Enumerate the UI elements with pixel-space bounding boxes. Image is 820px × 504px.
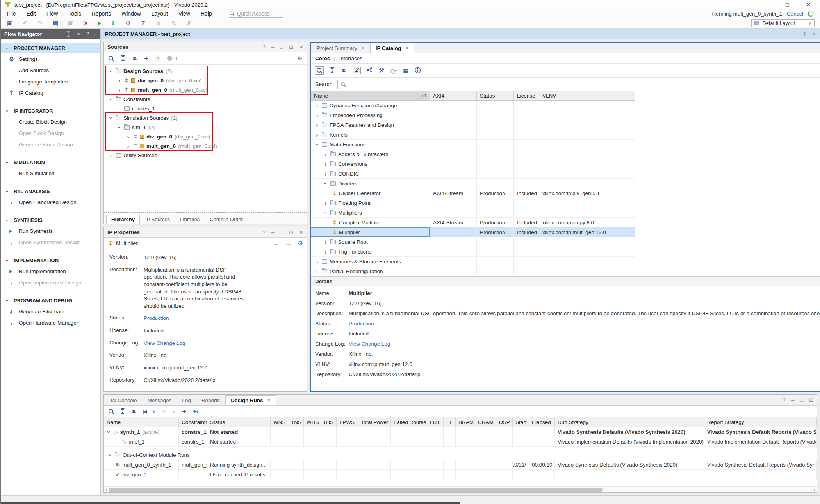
delete-icon[interactable]: ✕: [82, 20, 89, 26]
nav-item-run-implementation[interactable]: Run Implementation: [1, 266, 100, 277]
catalog-row-adders-subtracters[interactable]: ›Adders & Subtracters: [311, 149, 635, 159]
report-sigma-icon[interactable]: Σ: [140, 20, 147, 26]
chevron-right-icon[interactable]: ›: [323, 161, 328, 167]
column-header[interactable]: WNS: [271, 417, 288, 427]
column-header[interactable]: FF: [444, 417, 456, 427]
catalog-row-fpga-features[interactable]: ›FPGA Features and Design: [311, 120, 635, 130]
step-back-icon[interactable]: «: [152, 408, 156, 415]
scroll-right-icon[interactable]: ›: [814, 487, 815, 492]
tab-messages[interactable]: Messages: [143, 396, 177, 405]
menu-window[interactable]: Window: [121, 11, 141, 17]
tree-item-constraints[interactable]: ›Constraints: [104, 94, 307, 104]
chevron-right-icon[interactable]: ›: [323, 239, 328, 245]
column-header[interactable]: BRAM: [456, 417, 475, 427]
column-header[interactable]: TNS: [288, 417, 304, 427]
layout-selector[interactable]: Default Layout ∨: [751, 19, 815, 27]
menu-edit[interactable]: Edit: [27, 11, 36, 17]
column-header[interactable]: Elapsed: [529, 417, 555, 427]
column-header[interactable]: Run Strategy: [555, 417, 704, 427]
section-header-project-manager[interactable]: ›PROJECT MANAGER: [1, 43, 100, 53]
add-sources-icon[interactable]: +: [144, 54, 148, 63]
menu-file[interactable]: File: [7, 11, 16, 17]
tree-item-simulation-sources[interactable]: ›Simulation Sources(2): [104, 113, 307, 122]
nav-item-open-hardware-manager[interactable]: ›Open Hardware Manager: [1, 317, 100, 328]
collapse-all-icon[interactable]: [121, 55, 126, 61]
collapse-all-icon[interactable]: [120, 408, 125, 414]
column-header-axi4[interactable]: AXI4: [430, 91, 477, 101]
expand-all-icon[interactable]: [341, 67, 346, 73]
close-icon[interactable]: ✕: [811, 31, 816, 37]
collapse-all-icon[interactable]: [66, 31, 71, 37]
expand-all-icon[interactable]: [132, 55, 137, 61]
column-header[interactable]: Start: [513, 417, 529, 427]
expand-all-icon[interactable]: [132, 408, 137, 414]
column-header-vlnv[interactable]: VLNV: [539, 91, 635, 101]
run-icon[interactable]: [98, 21, 101, 25]
search-input[interactable]: [337, 80, 426, 89]
catalog-row-cordic[interactable]: ›CORDIC: [311, 169, 635, 179]
nav-item-add-sources[interactable]: Add Sources: [1, 65, 100, 76]
tree-item-constrs-1[interactable]: ›constrs_1: [104, 104, 307, 113]
redo-icon[interactable]: ↷: [37, 20, 44, 26]
column-header[interactable]: Name: [104, 417, 179, 427]
search-icon[interactable]: [108, 408, 114, 414]
scroll-left-icon[interactable]: ‹: [105, 487, 107, 492]
section-header-implementation[interactable]: ›IMPLEMENTATION: [1, 255, 100, 266]
catalog-row-conversions[interactable]: ›Conversions: [311, 159, 635, 169]
settings-gear-icon[interactable]: ⚙: [298, 240, 303, 247]
tab-ip-catalog[interactable]: IP Catalog✕: [370, 43, 414, 53]
column-header[interactable]: WHS: [304, 417, 320, 427]
column-header-status[interactable]: Status: [477, 91, 514, 101]
column-header[interactable]: THS: [320, 417, 337, 427]
minimize-panel-icon[interactable]: –: [94, 31, 97, 37]
chevron-expanded-icon[interactable]: ›: [108, 97, 114, 101]
hide-incompatible-ip-icon[interactable]: [353, 67, 361, 74]
catalog-row-kernels[interactable]: ›Kernels: [311, 130, 635, 140]
column-header-name[interactable]: Name∧1: [311, 91, 430, 101]
chevron-right-icon[interactable]: ›: [109, 153, 113, 158]
float-panel-icon[interactable]: ⊡: [809, 397, 813, 403]
catalog-row-dividers[interactable]: ›Dividers: [311, 179, 635, 188]
chevron-expanded-icon[interactable]: ›: [323, 210, 329, 215]
nav-item-settings[interactable]: ⚙Settings: [1, 53, 100, 65]
menu-tools[interactable]: Tools: [68, 11, 81, 17]
catalog-row-square-root[interactable]: ›Square Root: [311, 237, 635, 247]
design-run-row-synth-1[interactable]: ›▷synth_1(active) constrs_1 Not started …: [104, 427, 817, 437]
go-to-start-icon[interactable]: |◀: [143, 409, 146, 414]
chevron-right-icon[interactable]: ›: [315, 103, 319, 108]
menu-help[interactable]: Help: [201, 11, 212, 17]
catalog-row-embedded-processing[interactable]: ›Embedded Processing: [311, 110, 635, 120]
minimize-panel-icon[interactable]: –: [271, 44, 274, 50]
tab-hierarchy[interactable]: Hierarchy: [106, 215, 140, 224]
menu-flow[interactable]: Flow: [46, 11, 58, 17]
percent-icon[interactable]: %: [193, 408, 198, 415]
menu-layout[interactable]: Layout: [152, 11, 168, 17]
subtab-interfaces[interactable]: Interfaces: [339, 55, 362, 61]
chevron-right-icon[interactable]: ›: [323, 171, 328, 177]
chevron-right-icon[interactable]: ›: [117, 78, 122, 83]
close-button[interactable]: ✕: [806, 2, 811, 8]
column-header[interactable]: TPWS: [337, 417, 358, 427]
section-header-simulation[interactable]: ›SIMULATION: [1, 157, 100, 168]
chevron-right-icon[interactable]: ›: [315, 268, 319, 274]
tab-tcl-console[interactable]: Tcl Console: [105, 396, 142, 405]
nav-item-generate-bitstream[interactable]: ⇓Generate Bitstream: [1, 306, 100, 317]
tab-design-runs[interactable]: Design Runs✕: [225, 395, 276, 405]
maximize-panel-icon[interactable]: □: [280, 229, 283, 235]
maximize-panel-icon[interactable]: □: [800, 397, 803, 403]
chevron-right-icon[interactable]: ›: [323, 249, 328, 255]
scrollbar-thumb[interactable]: [109, 488, 603, 492]
catalog-row-partial-reconfiguration[interactable]: ›Partial Reconfiguration: [311, 266, 635, 276]
chip-icon[interactable]: ▦: [403, 67, 408, 74]
copy-icon[interactable]: ▣: [67, 20, 74, 26]
save-icon[interactable]: ▤: [52, 20, 59, 26]
generate-bitstream-icon[interactable]: ⇓: [109, 20, 116, 26]
catalog-row-math-functions[interactable]: ›Math Functions: [311, 140, 635, 149]
tree-item-div-gen-0[interactable]: ›div_gen_0(div_gen_0.xci): [104, 76, 307, 85]
chevron-expanded-icon[interactable]: ›: [314, 142, 320, 147]
float-panel-icon[interactable]: ⊡: [289, 229, 293, 235]
section-header-ip-integrator[interactable]: ›IP INTEGRATOR: [1, 106, 100, 116]
catalog-row-floating-point[interactable]: ›Floating Point: [311, 198, 635, 208]
tab-reports[interactable]: Reports: [196, 396, 225, 405]
maximize-panel-icon[interactable]: □: [280, 44, 283, 50]
